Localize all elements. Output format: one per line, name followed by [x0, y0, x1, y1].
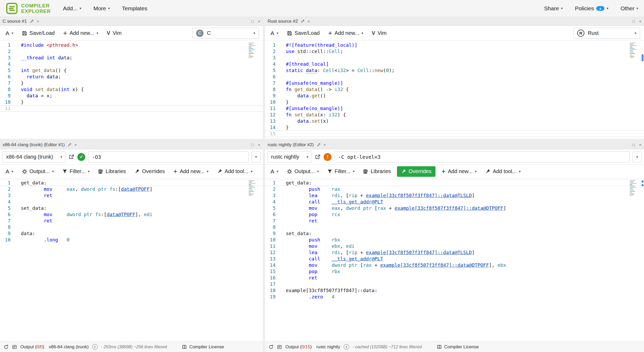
maximize-icon[interactable]: □	[251, 19, 254, 23]
options-dropdown-button[interactable]: ▾	[252, 151, 261, 163]
clang-asm-output[interactable]: 1get_data:2 mov eax, dword ptr fs:[data@…	[0, 178, 263, 341]
pane-header[interactable]: x86-64 clang (trunk) (Editor #1) × □ ×	[0, 140, 263, 149]
code-line[interactable]: 18example[33cf8f507f3ff847]::data:	[265, 287, 644, 294]
code-line[interactable]: 8fn get_data() -> i32 {	[265, 86, 644, 93]
menu-templates[interactable]: Templates	[122, 5, 147, 12]
code-line[interactable]: 7 ret	[0, 218, 263, 224]
minimap[interactable]	[630, 180, 640, 196]
code-line[interactable]: 6	[265, 74, 644, 80]
code-line[interactable]: 3 ret	[0, 192, 263, 199]
menu-add[interactable]: Add... ▾	[63, 5, 81, 12]
output-toggle[interactable]: Output (0/0)	[20, 344, 44, 350]
code-line[interactable]: 11#[unsafe(no_mangle)]	[265, 105, 644, 112]
code-line[interactable]: 6 pop rcx	[265, 211, 644, 218]
rename-icon[interactable]	[317, 143, 321, 147]
code-line[interactable]: 3__thread int data;	[0, 55, 263, 61]
filter-button[interactable]: Filter... ▾	[58, 166, 94, 177]
pane-header[interactable]: C source #1 × □ ×	[0, 17, 263, 26]
save-load-button[interactable]: Save/Load	[18, 27, 59, 39]
code-line[interactable]: 1get_data:	[265, 180, 644, 186]
code-line[interactable]: 7 ret	[265, 218, 644, 224]
code-line[interactable]: 9set_data:	[265, 230, 644, 237]
code-line[interactable]: 9 data = x;	[0, 93, 263, 99]
close-pane-icon[interactable]: ×	[74, 142, 77, 147]
code-area[interactable]: 1get_data:2 mov eax, dword ptr fs:[data@…	[0, 180, 263, 243]
code-line[interactable]: 7#[unsafe(no_mangle)]	[265, 80, 644, 86]
code-area[interactable]: 1#![feature(thread_local)]2use std::cell…	[265, 42, 644, 137]
code-line[interactable]: 15	[265, 131, 644, 137]
add-new-button[interactable]: + Add new... ▾	[324, 27, 367, 39]
language-select[interactable]: R Rust ▾	[574, 28, 640, 39]
code-line[interactable]: 9data:	[0, 230, 263, 237]
compiler-options-input[interactable]	[334, 151, 630, 163]
maximize-icon[interactable]: □	[251, 142, 254, 147]
code-line[interactable]: 4	[0, 61, 263, 67]
code-line[interactable]: 4#[thread_local]	[265, 61, 644, 67]
maximize-icon[interactable]: □	[632, 142, 635, 147]
code-area[interactable]: 1get_data:2 push rax3 lea rdi, [rip + ex…	[265, 180, 644, 300]
add-tool-button[interactable]: Add tool... ▾	[481, 166, 525, 177]
code-line[interactable]: 13 call __tls_get_addr@PLT	[265, 256, 644, 262]
c-source-editor[interactable]: 1#include <pthread.h>23__thread int data…	[0, 41, 263, 139]
code-line[interactable]: 12fn set_data(x: i32) {	[265, 112, 644, 118]
language-select[interactable]: C C ▾	[192, 28, 259, 39]
output-button[interactable]: Output... ▾	[18, 166, 58, 177]
code-line[interactable]: 14 mov dword ptr [rax + example[33cf8f50…	[265, 262, 644, 268]
info-icon[interactable]: i	[344, 344, 349, 350]
compiler-select[interactable]: x86-64 clang (trunk) ▾	[2, 151, 66, 163]
code-line[interactable]: 4	[0, 199, 263, 205]
open-compiler-website-icon[interactable]	[69, 154, 74, 160]
code-line[interactable]: 2	[0, 48, 263, 55]
compiler-options-input[interactable]	[88, 151, 249, 163]
info-icon[interactable]: i	[92, 344, 98, 350]
close-pane-icon[interactable]: ×	[307, 19, 310, 23]
code-line[interactable]: 8	[265, 224, 644, 230]
save-load-button[interactable]: Save/Load	[283, 27, 324, 39]
code-line[interactable]: 8void set_data(int x) {	[0, 86, 263, 93]
code-line[interactable]: 11 mov ebx, edi	[265, 243, 644, 249]
close-pane-icon[interactable]: ×	[324, 142, 326, 147]
libraries-button[interactable]: Libraries	[359, 166, 395, 177]
code-line[interactable]: 1#![feature(thread_local)]	[265, 42, 644, 48]
add-new-button[interactable]: + Add new... ▾	[169, 166, 212, 177]
overrides-button[interactable]: Overrides	[130, 166, 169, 177]
add-tool-button[interactable]: Add tool... ▾	[213, 166, 257, 177]
font-size-button[interactable]: A ▾	[2, 27, 17, 39]
output-button[interactable]: Output... ▾	[283, 166, 323, 177]
filter-button[interactable]: Filter... ▾	[323, 166, 359, 177]
code-line[interactable]: 10}	[0, 99, 263, 105]
recompile-icon[interactable]	[268, 344, 274, 350]
code-line[interactable]: 16 ret	[265, 275, 644, 281]
code-line[interactable]: 5set_data:	[0, 205, 263, 211]
libraries-button[interactable]: Libraries	[94, 166, 130, 177]
font-size-button[interactable]: A ▾	[267, 166, 282, 177]
menu-more[interactable]: More ▾	[93, 5, 110, 12]
menu-policies[interactable]: Policies ▲ ▾	[575, 5, 608, 12]
menu-share[interactable]: Share ▾	[544, 5, 563, 12]
font-size-button[interactable]: A ▾	[2, 166, 17, 177]
code-line[interactable]: 7}	[0, 80, 263, 86]
code-line[interactable]: 5static data: Cell<i32> = Cell::new(0);	[265, 67, 644, 74]
close-icon[interactable]: ×	[258, 142, 260, 147]
pane-header[interactable]: rustc nightly (Editor #2) × □ ×	[265, 140, 644, 149]
code-line[interactable]: 5 mov eax, dword ptr [rax + example[33cf…	[265, 205, 644, 211]
open-compiler-website-icon[interactable]	[315, 154, 321, 160]
pane-header[interactable]: Rust source #2 × □ ×	[265, 17, 644, 26]
vim-toggle-button[interactable]: V Vim	[368, 27, 390, 39]
vertical-splitter[interactable]	[263, 17, 265, 352]
close-icon[interactable]: ×	[639, 19, 641, 23]
code-line[interactable]: 9 data.get()	[265, 93, 644, 99]
code-line[interactable]: 1get_data:	[0, 180, 263, 186]
vim-toggle-button[interactable]: V Vim	[103, 27, 125, 39]
code-line[interactable]: 5int get_data() {	[0, 67, 263, 74]
rename-icon[interactable]	[30, 19, 34, 23]
minimap[interactable]	[249, 43, 259, 58]
code-line[interactable]: 4 call __tls_get_addr@PLT	[265, 199, 644, 205]
maximize-icon[interactable]: □	[632, 19, 635, 23]
code-line[interactable]: 2use std::cell::Cell;	[265, 48, 644, 55]
add-new-button[interactable]: + Add new... ▾	[59, 27, 102, 39]
code-line[interactable]: 1#include <pthread.h>	[0, 42, 263, 48]
code-line[interactable]: 11	[0, 105, 263, 112]
close-pane-icon[interactable]: ×	[37, 19, 39, 23]
overrides-button[interactable]: Overrides	[397, 166, 435, 177]
